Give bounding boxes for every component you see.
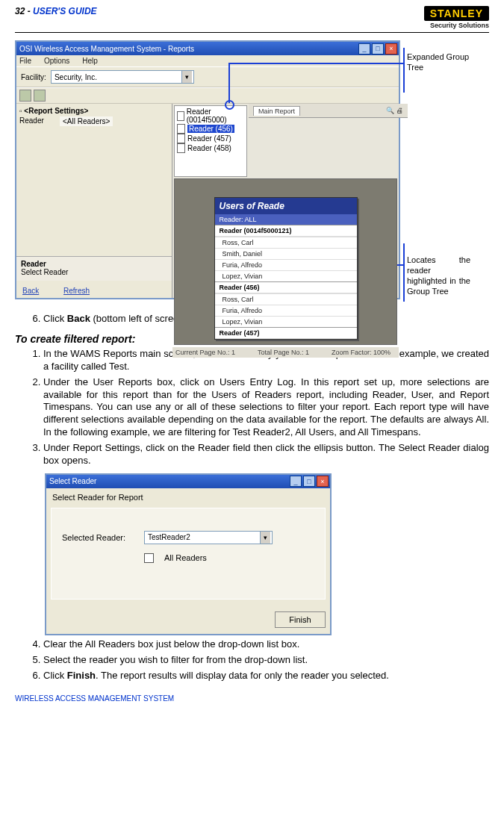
annotation-locates-1: Locates the reader <box>407 255 470 276</box>
report-title: Users of Reade <box>215 198 357 214</box>
page-icon <box>177 111 184 121</box>
report-name: Smith, Daniel <box>215 248 357 259</box>
dialog-panel-title: Select Reader for Report <box>46 488 330 503</box>
report-settings-title: <Report Settings> <box>24 107 88 115</box>
report-toolbar: Main Report 🔍 🖨 <box>249 104 408 118</box>
toolbar-icon-1[interactable] <box>19 90 31 102</box>
left-pane: ▫ <Report Settings> Reader <All Readers>… <box>16 104 172 298</box>
reader-box-title: Reader <box>21 260 167 268</box>
setting-reader-label: Reader <box>19 116 54 126</box>
reader-select-box: Reader Select Reader <box>16 256 172 281</box>
annotation-circle-1 <box>225 100 234 110</box>
annotation-line-1a <box>228 63 403 64</box>
facility-dropdown[interactable]: Security, Inc. <box>51 70 194 84</box>
window-title: OSI Wireless Access Management System - … <box>19 45 194 53</box>
toolbar-icon-2[interactable] <box>34 90 46 102</box>
minimize-button[interactable]: _ <box>358 43 370 55</box>
report-name: Furia, Alfredo <box>215 305 357 316</box>
step-4: Clear the All Readers box just below the… <box>43 638 489 651</box>
selected-reader-label: Selected Reader: <box>62 533 137 542</box>
report-viewer[interactable]: Users of Reade Reader: ALL Reader (0014f… <box>174 178 397 345</box>
step6-a: Click <box>43 313 67 324</box>
step-finish-a: Click <box>43 670 67 681</box>
window-titlebar[interactable]: OSI Wireless Access Management System - … <box>16 42 399 55</box>
selected-reader-dropdown[interactable]: TestReader2 <box>144 531 273 544</box>
annotation-expanded-tree: Expanded Group Tree <box>407 52 470 73</box>
menu-help[interactable]: Help <box>82 57 98 65</box>
tree-item-label[interactable]: Reader (0014f5000) <box>187 108 244 124</box>
report-settings: ▫ <Report Settings> Reader <All Readers> <box>16 104 172 129</box>
menu-options[interactable]: Options <box>44 57 69 65</box>
facility-toolbar: Facility: Security, Inc. <box>16 66 399 87</box>
facility-value: Security, Inc. <box>55 73 97 81</box>
status-current-page: Current Page No.: 1 <box>175 349 235 356</box>
brand-name: STANLEY <box>424 6 489 21</box>
status-zoom: Zoom Factor: 100% <box>332 349 391 356</box>
tree-item-label-selected[interactable]: Reader (456) <box>187 125 234 133</box>
tree-item: Reader (458) <box>177 143 244 153</box>
tree-item: Reader (457) <box>177 134 244 143</box>
setting-reader-value[interactable]: <All Readers> <box>60 116 113 126</box>
dialog-maximize-button[interactable]: □ <box>303 476 315 487</box>
report-section-title: Reader (0014f5000121) <box>215 225 357 237</box>
report-reader-all: Reader: ALL <box>215 214 357 225</box>
page-icon <box>177 124 185 134</box>
report-statusbar: Current Page No.: 1 Total Page No.: 1 Zo… <box>172 346 399 358</box>
report-section-title: Reader (457) <box>215 327 357 339</box>
close-button[interactable]: × <box>385 43 397 55</box>
step-finish-b: . The report results will display data f… <box>96 670 389 681</box>
step-3: Under Report Settings, click on the Read… <box>43 442 489 467</box>
dialog-title: Select Reader <box>49 477 96 485</box>
dialog-titlebar[interactable]: Select Reader _ □ × <box>46 475 330 488</box>
maximize-button[interactable]: □ <box>372 43 384 55</box>
select-reader-dialog: Select Reader _ □ × Select Reader for Re… <box>45 473 332 635</box>
selected-reader-value: TestReader2 <box>148 533 190 541</box>
brand-subtitle: Security Solutions <box>424 22 489 29</box>
dialog-close-button[interactable]: × <box>317 476 329 487</box>
header-rule <box>15 32 489 33</box>
tree-item-label[interactable]: Reader (458) <box>187 144 231 152</box>
status-total-page: Total Page No.: 1 <box>258 349 309 356</box>
group-tree[interactable]: Reader (0014f5000) Reader (456) Reader (… <box>174 105 247 177</box>
all-readers-checkbox[interactable] <box>144 553 154 563</box>
dialog-minimize-button[interactable]: _ <box>290 476 302 487</box>
report-section-title: Reader (456) <box>215 281 357 293</box>
page-footer: WIRELESS ACCESS MANAGEMENT SYSTEM <box>15 694 489 703</box>
page-icon <box>177 134 185 143</box>
annotation-locates-2: highlighted in the Group Tree <box>407 276 470 297</box>
reader-box-text: Select Reader <box>21 268 68 276</box>
reports-window: OSI Wireless Access Management System - … <box>15 40 400 299</box>
step6-bold: Back <box>67 313 90 324</box>
step-list-2: In the WAMS Reports main screen, select … <box>43 348 489 467</box>
report-name: Lopez, Vivian <box>215 316 357 327</box>
menubar: File Options Help <box>16 55 399 66</box>
report-tab[interactable]: Main Report <box>253 106 300 116</box>
report-name: Ross, Carl <box>215 293 357 305</box>
all-readers-label: All Readers <box>164 553 207 562</box>
tree-item: Reader (456) <box>177 124 244 134</box>
page-icon <box>177 143 185 153</box>
step-5: Select the reader you wish to filter for… <box>43 654 489 667</box>
link-row: Back Refresh <box>16 281 172 298</box>
dialog-panel: Selected Reader: TestReader2 All Readers <box>51 508 326 600</box>
figure-reports-window: Expanded Group Tree Locates the reader h… <box>15 40 463 299</box>
annotation-line-1b <box>228 63 230 103</box>
annotation-rule-2 <box>403 243 405 302</box>
page-number: 32 - <box>15 6 33 16</box>
back-link[interactable]: Back <box>22 287 39 295</box>
report-page: Users of Reade Reader: ALL Reader (0014f… <box>214 197 358 340</box>
page-header: 32 - USER'S GUIDE <box>15 6 97 16</box>
report-name: Ross, Carl <box>215 237 357 248</box>
step-finish-bold: Finish <box>67 670 96 681</box>
tree-item-label[interactable]: Reader (457) <box>187 134 231 143</box>
report-name: Lopez, Vivian <box>215 270 357 281</box>
right-pane: Reader (0014f5000) Reader (456) Reader (… <box>172 104 399 298</box>
finish-button[interactable]: Finish <box>275 611 326 628</box>
refresh-link[interactable]: Refresh <box>63 287 90 295</box>
guide-label: USER'S GUIDE <box>33 6 97 16</box>
brand-logo: STANLEY Security Solutions <box>424 6 489 29</box>
finish-button-label: Finish <box>289 615 311 624</box>
step-6b: Click Finish. The report results will di… <box>43 670 489 682</box>
menu-file[interactable]: File <box>19 57 31 65</box>
annotation-rule-1 <box>403 48 405 93</box>
